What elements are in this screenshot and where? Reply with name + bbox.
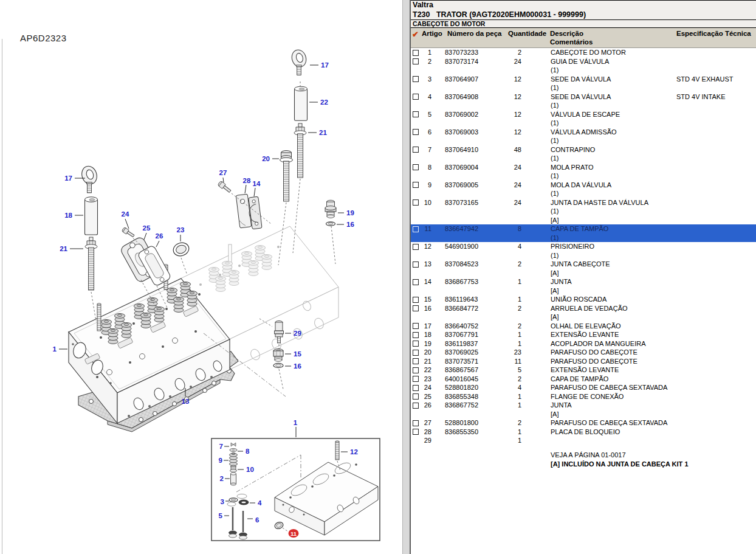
callout-16[interactable]: 16 xyxy=(294,362,301,370)
callout-20[interactable]: 20 xyxy=(262,155,270,162)
callout-2[interactable]: 2 xyxy=(220,475,224,482)
callout-19[interactable]: 19 xyxy=(346,209,354,216)
row-checkbox[interactable] xyxy=(413,111,419,117)
row-part-number: 836867567 xyxy=(445,365,478,375)
callout-24[interactable]: 24 xyxy=(122,210,129,218)
checkmark-icon[interactable]: ✔ xyxy=(412,30,419,39)
row-description: OLHAL DE ELEVAÇÃO xyxy=(551,322,755,331)
callout-23[interactable]: 23 xyxy=(177,226,185,234)
row-checkbox[interactable] xyxy=(413,261,419,268)
callout-14[interactable]: 14 xyxy=(253,180,261,187)
table-row[interactable]: 283707317424GUIA DE VÁLVULA(1) xyxy=(411,57,756,75)
callout-6[interactable]: 6 xyxy=(255,516,259,524)
table-row[interactable]: 275288018002PARAFUSO DE CABEÇA SEXTAVADA xyxy=(411,418,756,428)
table-row[interactable]: 483706490812SEDE DA VÁLVULA(1)STD 4V INT… xyxy=(411,92,756,110)
table-row[interactable]: 783706491048CONTRAPINO(1) xyxy=(411,145,756,163)
row-checkbox[interactable] xyxy=(413,182,419,188)
callout-28[interactable]: 28 xyxy=(243,177,251,184)
callout-1[interactable]: 1 xyxy=(294,419,298,426)
callout-27[interactable]: 27 xyxy=(219,169,227,176)
row-article-number: 9 xyxy=(419,181,431,190)
table-row[interactable]: 18370732332CABEÇOTE DO MOTOR xyxy=(411,48,756,57)
row-checkbox[interactable] xyxy=(413,332,419,338)
diagram-panel: AP6D2323 xyxy=(0,0,402,554)
table-row[interactable]: 236400160452CAPA DE TAMPÃO xyxy=(411,375,756,384)
table-row[interactable]: 2183707357111PARAFUSO DO CABEÇOTE xyxy=(411,357,756,366)
row-checkbox[interactable] xyxy=(413,358,419,364)
row-checkbox[interactable] xyxy=(413,76,419,82)
table-row[interactable]: 258368553481FLANGE DE CONEXÃO xyxy=(411,392,756,401)
callout-10[interactable]: 10 xyxy=(246,466,254,473)
row-checkbox[interactable] xyxy=(413,244,419,250)
callout-21[interactable]: 21 xyxy=(319,129,327,136)
row-checkbox[interactable] xyxy=(413,94,419,100)
row-checkbox[interactable] xyxy=(413,147,419,153)
callout-3[interactable]: 3 xyxy=(221,498,224,505)
table-row[interactable]: 125469019004PRISIONEIRO(1) xyxy=(411,242,756,260)
row-checkbox[interactable] xyxy=(413,350,419,356)
row-checkbox[interactable] xyxy=(413,58,419,64)
callout-5[interactable]: 5 xyxy=(219,512,223,519)
row-checkbox[interactable] xyxy=(413,393,419,400)
row-part-number: 837073233 xyxy=(445,48,478,57)
row-checkbox[interactable] xyxy=(413,305,419,311)
table-row[interactable]: 683706900312VÁLVULA ADMISSÃO(1) xyxy=(411,128,756,145)
panel-splitter[interactable] xyxy=(402,0,411,554)
callout-4[interactable]: 4 xyxy=(258,499,262,507)
callout-7[interactable]: 7 xyxy=(219,443,223,450)
table-row[interactable]: 291 xyxy=(411,436,756,445)
table-row[interactable]: 583706900212VÁLVULA DE ESCAPE(1) xyxy=(411,110,756,128)
callout-17[interactable]: 17 xyxy=(64,175,72,182)
row-checkbox[interactable] xyxy=(413,297,419,303)
callout-25[interactable]: 25 xyxy=(143,224,151,232)
table-row[interactable]: 2083706902523PARAFUSO DO CABEÇOTE xyxy=(411,348,756,357)
table-row[interactable]: 245288018204PARAFUSO DE CABEÇA SEXTAVADA xyxy=(411,383,756,392)
row-checkbox[interactable] xyxy=(413,164,419,170)
row-checkbox[interactable] xyxy=(413,403,419,409)
table-row[interactable]: 118366479428CAPA DE TAMPÃO(1) xyxy=(411,224,756,242)
table-row[interactable]: 983706900524MOLA DA VÁLVULA(1) xyxy=(411,181,756,198)
table-row[interactable]: 268368677521JUNTA[A] xyxy=(411,401,756,418)
callout-22[interactable]: 22 xyxy=(320,99,328,106)
cup-plug-11[interactable] xyxy=(274,521,284,530)
table-row[interactable]: 1083707316524JUNTA DA HASTE DA VÁLVULA(1… xyxy=(411,198,756,225)
row-checkbox[interactable] xyxy=(413,279,419,285)
table-row[interactable]: 148368677531JUNTA[A] xyxy=(411,277,756,295)
table-row[interactable]: 883706900424MOLA PRATO(1) xyxy=(411,163,756,181)
callout-9[interactable]: 9 xyxy=(219,457,222,464)
callout-29[interactable]: 29 xyxy=(294,330,301,337)
callout-17[interactable]: 17 xyxy=(321,61,329,69)
table-row[interactable]: 288368553501PLACA DE BLOQUEIO xyxy=(411,428,756,437)
callout-8[interactable]: 8 xyxy=(246,448,250,455)
table-row[interactable]: 138370845232JUNTA CABEÇOTE[A] xyxy=(411,260,756,277)
row-checkbox[interactable] xyxy=(413,367,419,373)
row-checkbox[interactable] xyxy=(413,385,419,391)
callout-16[interactable]: 16 xyxy=(346,221,354,228)
highlighted-callout-badge[interactable]: 11 xyxy=(289,529,299,538)
table-row[interactable]: 168366847722ARRUELA DE VEDAÇÃO[A] xyxy=(411,304,756,322)
row-checkbox[interactable] xyxy=(413,226,419,232)
table-row[interactable]: 158361196431UNIÃO ROSCADA xyxy=(411,295,756,304)
callout-13[interactable]: 13 xyxy=(182,398,190,405)
callout-21[interactable]: 21 xyxy=(60,245,67,252)
table-header: ✔ Artigo Número da peça Quantidade Descr… xyxy=(411,28,756,48)
callout-1[interactable]: 1 xyxy=(53,345,57,353)
callout-12[interactable]: 12 xyxy=(350,448,358,455)
callout-26[interactable]: 26 xyxy=(156,232,163,240)
table-row[interactable]: 178366407522OLHAL DE ELEVAÇÃO xyxy=(411,322,756,331)
row-checkbox[interactable] xyxy=(413,50,419,56)
col-header-description: Descrição xyxy=(550,30,583,37)
row-checkbox[interactable] xyxy=(413,429,419,435)
table-row[interactable]: 383706490712SEDE DA VÁLVULA(1)STD 4V EXH… xyxy=(411,75,756,92)
row-checkbox[interactable] xyxy=(413,341,419,347)
callout-18[interactable]: 18 xyxy=(64,212,72,219)
row-checkbox[interactable] xyxy=(413,199,419,206)
row-checkbox[interactable] xyxy=(413,323,419,329)
callout-15[interactable]: 15 xyxy=(294,350,301,358)
table-row[interactable]: 198361198371ACOPLADOR DA MANGUEIRA xyxy=(411,339,756,348)
row-checkbox[interactable] xyxy=(413,420,419,426)
table-row[interactable]: 188370677911EXTENSÃO LEVANTE xyxy=(411,330,756,339)
row-checkbox[interactable] xyxy=(413,376,419,382)
table-row[interactable]: 228368675675EXTENSÃO LEVANTE xyxy=(411,365,756,375)
row-checkbox[interactable] xyxy=(413,129,419,135)
